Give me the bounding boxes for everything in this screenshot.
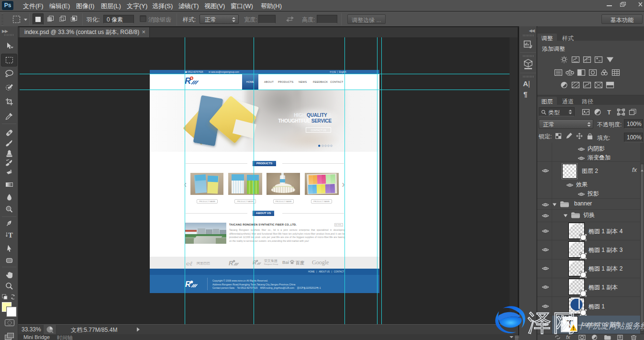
svg-text:T: T — [8, 231, 13, 239]
svg-text:R: R — [185, 280, 191, 288]
svg-text:R: R — [229, 260, 233, 266]
svg-text:fx: fx — [566, 335, 570, 340]
svg-text:T: T — [607, 109, 611, 116]
